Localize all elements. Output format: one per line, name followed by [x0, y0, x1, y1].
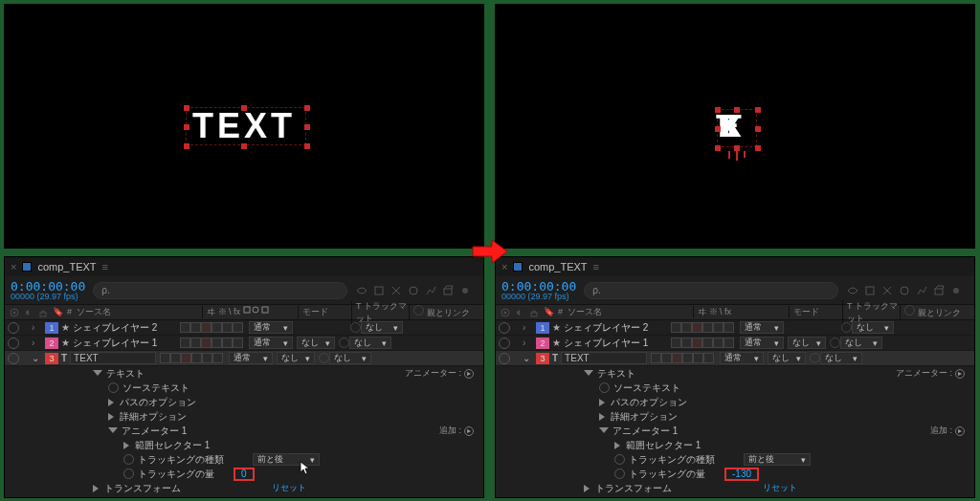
frame-blend-icon[interactable] [880, 284, 894, 297]
tracking-type-dropdown[interactable]: 前と後▾ [744, 453, 811, 466]
stopwatch-icon[interactable] [614, 468, 625, 479]
layer-switches[interactable] [180, 322, 243, 333]
render-queue-icon[interactable] [949, 284, 963, 297]
search-input[interactable]: ρ. [584, 282, 838, 299]
stopwatch-icon[interactable] [123, 454, 134, 465]
parent-pickwhip[interactable] [319, 353, 329, 363]
source-name-header[interactable]: ソース名 [77, 307, 111, 316]
transform-group[interactable]: トランスフォーム リセット [5, 481, 483, 495]
stopwatch-icon[interactable] [614, 454, 625, 465]
parent-dropdown[interactable]: なし▾ [349, 337, 391, 349]
layer-row[interactable]: ⌄ 3T TEXT 通常▾ なし▾ なし▾ [496, 351, 974, 366]
layer-row[interactable]: › 1 ★ シェィブレイヤー 2 通常▾ なし▾ [5, 320, 483, 336]
add-property-icon[interactable]: ▸ [464, 426, 474, 436]
animator-add-button[interactable]: アニメーター : [896, 368, 952, 378]
label-col-icon[interactable]: 🔖 [53, 307, 63, 316]
range-selector-group[interactable]: 範囲セレクター 1 [5, 438, 483, 452]
trackmatte-dropdown[interactable]: なし▾ [277, 352, 315, 364]
reset-button[interactable]: リセット [272, 482, 306, 494]
tracking-type-property[interactable]: トラッキングの種類前と後▾ [496, 452, 974, 467]
add-property-icon[interactable]: ▸ [955, 426, 965, 436]
layer-name[interactable]: シェィブレイヤー 1 [73, 337, 157, 350]
blend-mode-dropdown[interactable]: 通常▾ [740, 321, 784, 334]
video-column-icon[interactable] [500, 306, 511, 319]
comp-tab-chip[interactable] [513, 262, 523, 272]
add-property-button[interactable]: 追加 : [930, 425, 952, 435]
parent-pickwhip[interactable] [810, 353, 820, 363]
tracking-amount-value[interactable]: 0 [241, 468, 247, 479]
transform-group[interactable]: トランスフォームリセット [496, 481, 974, 495]
layer-switch-icon[interactable] [372, 284, 386, 297]
trackmatte-dropdown[interactable]: なし▾ [788, 337, 826, 349]
text-property-group[interactable]: テキストアニメーター :▸ [5, 366, 483, 381]
lock-column-icon[interactable] [37, 306, 49, 319]
blend-mode-dropdown[interactable]: 通常▾ [720, 352, 764, 364]
motion-blur-icon[interactable] [407, 284, 420, 297]
draft3d-icon[interactable] [441, 284, 455, 297]
animator1-group[interactable]: アニメーター 1追加 :▸ [5, 424, 483, 438]
motion-blur-icon[interactable] [898, 284, 911, 297]
shy-icon[interactable] [846, 284, 859, 297]
parent-dropdown[interactable]: なし▾ [840, 337, 882, 349]
animator-add-icon[interactable]: ▸ [955, 369, 965, 379]
parent-dropdown[interactable]: なし▾ [329, 352, 371, 364]
range-selector-group[interactable]: 範囲セレクター 1 [496, 438, 974, 452]
visibility-toggle[interactable] [499, 322, 510, 334]
visibility-toggle[interactable] [8, 338, 19, 349]
layer-name[interactable]: シェィブレイヤー 2 [73, 321, 157, 335]
parent-pickwhip[interactable] [841, 322, 852, 333]
stopwatch-icon[interactable] [123, 468, 134, 479]
stopwatch-icon[interactable] [599, 382, 610, 393]
graph-editor-icon[interactable] [424, 284, 437, 297]
visibility-toggle[interactable] [8, 322, 19, 334]
tracking-amount-value[interactable]: -130 [732, 468, 751, 479]
parent-pickwhip[interactable] [350, 322, 361, 333]
tracking-type-property[interactable]: トラッキングの種類 前と後▾ [5, 452, 483, 467]
add-property-button[interactable]: 追加 : [439, 425, 461, 435]
stopwatch-icon[interactable] [108, 382, 119, 393]
label-chip[interactable]: 2 [45, 338, 58, 349]
parent-pickwhip[interactable] [339, 338, 349, 348]
shy-icon[interactable] [355, 284, 368, 297]
draft3d-icon[interactable] [932, 284, 946, 297]
layer-row[interactable]: ⌄ 3 T TEXT 通常▾ なし▾ なし▾ [5, 351, 483, 366]
layer-name-input[interactable]: TEXT [70, 352, 156, 364]
lock-column-icon[interactable] [528, 306, 540, 319]
animator-add-button[interactable]: アニメーター : [405, 368, 461, 378]
tracking-amount-property[interactable]: トラッキングの量 0 [5, 467, 483, 481]
blend-mode-dropdown[interactable]: 通常▾ [229, 352, 273, 364]
render-queue-icon[interactable] [458, 284, 472, 297]
video-column-icon[interactable] [9, 306, 20, 319]
text-property-group[interactable]: テキストアニメーター :▸ [496, 366, 974, 381]
animator1-group[interactable]: アニメーター 1追加 :▸ [496, 424, 974, 438]
comp-tab-name[interactable]: comp_TEXT [528, 261, 587, 272]
tracking-type-dropdown[interactable]: 前と後▾ [253, 453, 320, 466]
composition-viewer-before[interactable]: TEXT [4, 4, 484, 249]
trackmatte-dropdown[interactable]: なし▾ [768, 352, 806, 364]
label-chip[interactable]: 1 [45, 322, 58, 334]
mode-header[interactable]: モード [298, 306, 351, 318]
layer-switch-icon[interactable] [863, 284, 877, 297]
layer-row[interactable]: › 2 ★ シェィブレイヤー 1 通常▾ なし▾ なし▾ [5, 336, 483, 351]
detail-options-group[interactable]: 詳細オプション [5, 409, 483, 424]
parent-dropdown[interactable]: なし▾ [852, 321, 894, 334]
visibility-toggle[interactable] [8, 353, 19, 364]
composition-viewer-after[interactable]: TEXT [495, 4, 975, 249]
parent-pickwhip[interactable] [830, 338, 840, 348]
graph-editor-icon[interactable] [915, 284, 928, 297]
blend-mode-dropdown[interactable]: 通常▾ [249, 337, 293, 349]
animator-add-icon[interactable]: ▸ [464, 369, 474, 379]
parent-dropdown[interactable]: なし▾ [361, 321, 403, 334]
tracking-amount-property[interactable]: トラッキングの量-130 [496, 467, 974, 481]
path-options-group[interactable]: パスのオプション [5, 395, 483, 409]
search-input[interactable]: ρ. [93, 282, 347, 299]
parent-dropdown[interactable]: なし▾ [820, 352, 862, 364]
reset-button[interactable]: リセット [763, 482, 797, 494]
blend-mode-dropdown[interactable]: 通常▾ [740, 337, 784, 349]
visibility-toggle[interactable] [499, 338, 510, 349]
trackmatte-dropdown[interactable]: なし▾ [297, 337, 335, 349]
layer-row[interactable]: › 2★シェィブレイヤー 1 通常▾ なし▾ なし▾ [496, 336, 974, 351]
audio-column-icon[interactable] [514, 306, 525, 319]
source-text-property[interactable]: ソーステキスト [5, 381, 483, 395]
switches-header[interactable]: ヰ ※ \ fx [202, 306, 298, 318]
